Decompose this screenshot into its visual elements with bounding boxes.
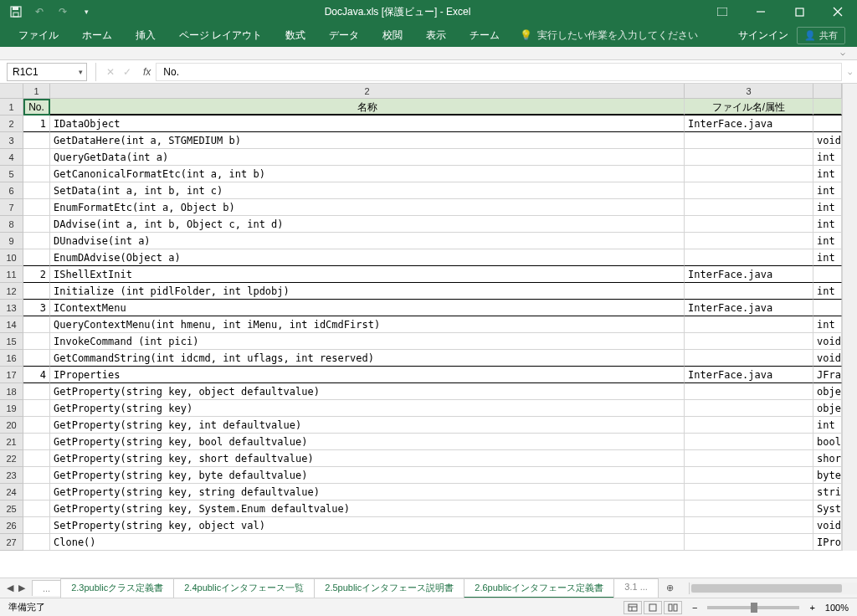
cell[interactable] bbox=[685, 149, 813, 166]
cell[interactable] bbox=[685, 166, 813, 182]
sheet-tab[interactable]: 2.4publicインタフェース一覧 bbox=[173, 578, 315, 598]
cell[interactable]: void bbox=[813, 350, 842, 367]
cell[interactable]: IDataObject bbox=[50, 116, 685, 132]
sheet-nav-prev-icon[interactable]: ◀ bbox=[7, 583, 13, 593]
sheet-tab[interactable]: 2.3publicクラス定義書 bbox=[60, 578, 174, 598]
row-header[interactable]: 21 bbox=[0, 434, 23, 450]
cell[interactable] bbox=[813, 300, 842, 316]
close-icon[interactable] bbox=[819, 0, 857, 23]
row-header[interactable]: 18 bbox=[0, 383, 23, 400]
cell[interactable] bbox=[23, 182, 50, 199]
row-header[interactable]: 26 bbox=[0, 517, 23, 534]
cell[interactable] bbox=[685, 132, 813, 149]
row-header[interactable]: 19 bbox=[0, 400, 23, 417]
cell[interactable] bbox=[685, 249, 813, 266]
cell[interactable] bbox=[685, 450, 813, 467]
cell[interactable] bbox=[23, 484, 50, 501]
cell[interactable]: DUnadvise(int a) bbox=[50, 233, 685, 249]
cell[interactable]: GetProperty(string key, int defaultvalue… bbox=[50, 417, 685, 434]
cell[interactable]: DAdvise(int a, int b, Object c, int d) bbox=[50, 216, 685, 233]
cell[interactable] bbox=[685, 400, 813, 417]
row-header[interactable]: 9 bbox=[0, 233, 23, 249]
row-header[interactable]: 27 bbox=[0, 534, 23, 551]
cell[interactable] bbox=[685, 233, 813, 249]
cell[interactable]: GetCommandString(int idcmd, int uflags, … bbox=[50, 350, 685, 367]
cell[interactable] bbox=[23, 517, 50, 534]
cell[interactable]: InterFace.java bbox=[685, 116, 813, 132]
cell[interactable]: EnumFormatEtc(int a, Object b) bbox=[50, 199, 685, 216]
cell[interactable]: shor bbox=[813, 450, 842, 467]
row-header[interactable]: 15 bbox=[0, 333, 23, 350]
row-header[interactable]: 23 bbox=[0, 467, 23, 484]
cell[interactable]: No. bbox=[23, 99, 50, 116]
cell[interactable] bbox=[685, 534, 813, 551]
enter-formula-icon[interactable]: ✓ bbox=[123, 66, 131, 78]
qat-dropdown-icon[interactable]: ▾ bbox=[80, 6, 92, 18]
horizontal-scrollbar[interactable] bbox=[689, 583, 857, 594]
row-header[interactable]: 16 bbox=[0, 350, 23, 367]
cell[interactable] bbox=[685, 383, 813, 400]
cell[interactable] bbox=[23, 199, 50, 216]
formula-input[interactable]: No. bbox=[156, 63, 842, 81]
cell[interactable]: ファイル名/属性 bbox=[685, 99, 813, 116]
cell[interactable]: GetProperty(string key, object defaultva… bbox=[50, 383, 685, 400]
cell[interactable]: 名称 bbox=[50, 99, 685, 116]
cell[interactable]: Syst bbox=[813, 501, 842, 517]
cell[interactable]: IContextMenu bbox=[50, 300, 685, 316]
redo-icon[interactable]: ↷ bbox=[57, 6, 69, 18]
cell[interactable] bbox=[23, 132, 50, 149]
tab-review[interactable]: 校閲 bbox=[371, 23, 414, 48]
cell[interactable] bbox=[685, 283, 813, 300]
cell[interactable]: GetDataHere(int a, STGMEDIUM b) bbox=[50, 132, 685, 149]
cell[interactable] bbox=[23, 417, 50, 434]
cell[interactable]: stri bbox=[813, 484, 842, 501]
row-header[interactable]: 4 bbox=[0, 149, 23, 166]
cell[interactable]: GetProperty(string key, byte defaultvalu… bbox=[50, 467, 685, 484]
cell[interactable] bbox=[685, 316, 813, 333]
sheet-nav-next-icon[interactable]: ▶ bbox=[18, 583, 25, 593]
page-layout-view-icon[interactable] bbox=[644, 601, 662, 614]
cell[interactable] bbox=[23, 233, 50, 249]
sheet-tab[interactable]: 3.1 ... bbox=[613, 578, 659, 598]
tab-home[interactable]: ホーム bbox=[70, 23, 124, 48]
sheet-tab[interactable]: 2.5publicインタフェース説明書 bbox=[314, 578, 464, 598]
cell[interactable] bbox=[23, 501, 50, 517]
cell[interactable] bbox=[23, 316, 50, 333]
cell[interactable] bbox=[23, 450, 50, 467]
row-header[interactable]: 14 bbox=[0, 316, 23, 333]
row-header[interactable]: 11 bbox=[0, 266, 23, 283]
cell[interactable] bbox=[23, 383, 50, 400]
cell[interactable] bbox=[685, 182, 813, 199]
cell[interactable]: obje bbox=[813, 400, 842, 417]
cell[interactable] bbox=[23, 283, 50, 300]
save-icon[interactable] bbox=[10, 6, 22, 18]
cell[interactable]: GetProperty(string key, bool defaultvalu… bbox=[50, 434, 685, 450]
tab-insert[interactable]: 挿入 bbox=[124, 23, 167, 48]
row-header[interactable]: 1 bbox=[0, 99, 23, 116]
cell[interactable] bbox=[23, 149, 50, 166]
cell[interactable] bbox=[813, 266, 842, 283]
tab-pagelayout[interactable]: ページ レイアウト bbox=[167, 23, 274, 48]
cell[interactable]: GetProperty(string key, short defaultval… bbox=[50, 450, 685, 467]
zoom-out-icon[interactable]: − bbox=[692, 603, 697, 613]
cell[interactable] bbox=[813, 116, 842, 132]
new-sheet-icon[interactable]: ⊕ bbox=[658, 583, 682, 593]
row-header[interactable]: 7 bbox=[0, 199, 23, 216]
signin-link[interactable]: サインイン bbox=[738, 28, 788, 43]
name-box[interactable]: R1C1 ▾ bbox=[7, 63, 87, 81]
cell[interactable] bbox=[685, 350, 813, 367]
cell[interactable]: void bbox=[813, 333, 842, 350]
row-header[interactable]: 12 bbox=[0, 283, 23, 300]
cell[interactable]: Clone() bbox=[50, 534, 685, 551]
cell[interactable]: int bbox=[813, 283, 842, 300]
cell[interactable]: obje bbox=[813, 383, 842, 400]
cell[interactable] bbox=[23, 534, 50, 551]
cell[interactable]: Initialize (int pidlFolder, int lpdobj) bbox=[50, 283, 685, 300]
row-header[interactable]: 6 bbox=[0, 182, 23, 199]
page-break-view-icon[interactable] bbox=[664, 601, 682, 614]
select-all-corner[interactable] bbox=[0, 84, 23, 99]
undo-icon[interactable]: ↶ bbox=[33, 6, 45, 18]
cell[interactable] bbox=[23, 166, 50, 182]
cell[interactable] bbox=[685, 501, 813, 517]
tab-file[interactable]: ファイル bbox=[7, 23, 70, 48]
